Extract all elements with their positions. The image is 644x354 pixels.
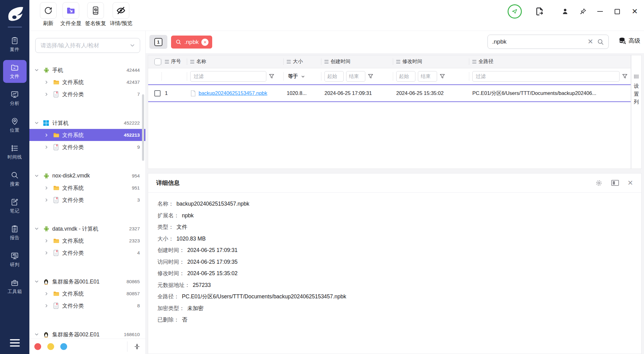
tree-node-filesystem[interactable]: 文件系统 2323 <box>29 235 145 247</box>
name-filter-input[interactable] <box>190 71 266 82</box>
export-icon[interactable] <box>535 7 544 16</box>
column-header-index[interactable]: 序号 <box>162 55 187 68</box>
advanced-search-button[interactable]: 高级 <box>618 37 640 45</box>
tree-scrollbar-thumb[interactable] <box>142 94 144 161</box>
tree-node-filesystem[interactable]: 文件系统 80857 <box>29 288 145 300</box>
column-header-modified[interactable]: 修改时间 <box>393 55 469 68</box>
chevron-right-icon <box>44 145 49 149</box>
show-all-files-button[interactable]: 文件全显 <box>60 2 81 27</box>
size-operator-select[interactable]: 等于 <box>287 73 306 80</box>
refresh-button[interactable]: 刷新 <box>40 2 57 27</box>
panel-layout-icon[interactable] <box>611 180 619 186</box>
tree-node-filesystem[interactable]: 文件系统 951 <box>29 182 145 194</box>
database-search-icon <box>618 37 626 45</box>
filter-count-button[interactable]: 1 <box>149 35 167 49</box>
menu-hamburger-icon[interactable] <box>10 339 20 347</box>
column-header-path[interactable]: 全路径 <box>469 55 631 68</box>
folder-icon <box>53 132 62 139</box>
sidebar-item-analysis[interactable]: 分析 <box>3 87 27 110</box>
tree-node-datavmdk[interactable]: data.vmdk - 计算机 2327 <box>29 223 145 235</box>
tree-node-cluster002[interactable]: 集群服务器002.E01 168610 <box>29 328 145 339</box>
gear-icon[interactable] <box>595 179 603 187</box>
table-scrollbar-track[interactable] <box>642 55 644 169</box>
sidebar-item-report[interactable]: 报告 <box>3 221 27 244</box>
tree-node-label: 文件系统 <box>62 237 84 245</box>
sidebar-item-label: 案件 <box>10 47 19 53</box>
tree-bottom-bar <box>29 339 145 354</box>
close-detail-icon[interactable]: ✕ <box>628 180 633 186</box>
file-name-link[interactable]: backup20240625153457.npbk <box>199 90 267 96</box>
blue-dot-filter[interactable] <box>60 343 67 350</box>
table-row[interactable]: 1 backup20240625153457.npbk 1020.8... 20… <box>148 84 631 102</box>
detail-fields: 名称：backup20240625153457.npbk 扩展名：npbk 类型… <box>148 193 641 331</box>
yellow-dot-filter[interactable] <box>47 343 54 350</box>
owner-select-dropdown[interactable]: 请选择/输入持有人/检材 <box>35 38 140 53</box>
tree-node-label: 手机 <box>52 66 63 74</box>
chevron-right-icon <box>44 239 49 243</box>
created-end-input[interactable] <box>346 71 365 82</box>
tree-group: nox-disk2.vmdk 954 文件系统 951 文件分类 3 <box>29 170 145 206</box>
sidebar-item-case[interactable]: 案件 <box>3 33 27 56</box>
funnel-icon[interactable] <box>269 74 274 79</box>
sidebar-item-label: 搜索 <box>10 181 19 187</box>
tree-group: 手机 42444 文件系统 42437 文件分类 7 <box>29 64 145 100</box>
funnel-icon[interactable] <box>440 74 445 79</box>
tree-node-filesystem[interactable]: 文件系统 42437 <box>29 76 145 88</box>
table-header-row: 序号 名称 大小 创建时间 修改时间 全路径 <box>148 55 631 68</box>
column-menu-icon <box>324 60 328 63</box>
tree-node-fileclass[interactable]: 文件分类 4 <box>29 247 145 259</box>
funnel-icon[interactable] <box>368 74 373 79</box>
sidebar-item-notes[interactable]: 笔记 <box>3 194 27 217</box>
sidebar-item-files[interactable]: 文件 <box>3 60 27 83</box>
tree-node-filesystem-selected[interactable]: 文件系统 452213 <box>29 129 145 141</box>
collapse-all-button[interactable] <box>127 341 140 352</box>
tree-node-phone[interactable]: 手机 42444 <box>29 64 145 76</box>
search-tag[interactable]: .npbk ✕ <box>171 36 212 49</box>
tree-node-count: 951 <box>132 185 140 191</box>
note-pencil-icon <box>11 198 19 206</box>
red-dot-filter[interactable] <box>34 343 41 350</box>
created-start-input[interactable] <box>324 71 344 82</box>
sidebar-item-search[interactable]: 搜索 <box>3 168 27 190</box>
column-header-name[interactable]: 名称 <box>187 55 284 68</box>
sidebar-item-timeline[interactable]: 时间线 <box>3 141 27 164</box>
search-icon <box>175 39 182 45</box>
drag-grip-icon <box>634 75 638 79</box>
user-icon[interactable] <box>561 8 569 15</box>
search-input[interactable] <box>492 38 584 45</box>
detail-field-encryption: 加密类型：未加密 <box>157 305 632 312</box>
maximize-button[interactable] <box>615 9 620 14</box>
column-settings-strip[interactable]: 设 置 列 <box>631 55 642 169</box>
path-filter-input[interactable] <box>472 71 620 82</box>
pin-icon[interactable] <box>579 8 587 15</box>
tree-node-fileclass[interactable]: 文件分类 9 <box>29 141 145 153</box>
detail-preview-button[interactable]: 详情/预览 <box>110 2 132 27</box>
funnel-icon[interactable] <box>622 74 628 79</box>
minimize-button[interactable] <box>597 11 603 12</box>
close-button[interactable]: ✕ <box>632 8 638 15</box>
row-checkbox[interactable] <box>154 90 161 96</box>
tree-node-computer[interactable]: 计算机 452222 <box>29 117 145 129</box>
tree-node-noxdisk[interactable]: nox-disk2.vmdk 954 <box>29 170 145 182</box>
search-tag-label: .npbk <box>184 39 199 45</box>
tree-node-cluster001[interactable]: 集群服务器001.E01 80865 <box>29 275 145 288</box>
notify-icon[interactable] <box>508 4 522 19</box>
sidebar-item-location[interactable]: 位置 <box>3 114 27 137</box>
clear-search-icon[interactable]: ✕ <box>588 38 593 45</box>
modified-start-input[interactable] <box>396 71 415 82</box>
sidebar-item-judge[interactable]: 研判 <box>3 248 27 271</box>
tree-node-fileclass[interactable]: 文件分类 3 <box>29 194 145 206</box>
column-header-size[interactable]: 大小 <box>284 55 321 68</box>
modified-end-input[interactable] <box>418 71 437 82</box>
detail-field-accessed: 访问时间：2024-06-25 17:09:35 <box>157 258 632 266</box>
tag-close-icon[interactable]: ✕ <box>201 39 208 46</box>
select-all-checkbox[interactable] <box>154 58 161 65</box>
column-header-created[interactable]: 创建时间 <box>321 55 393 68</box>
search-box: ✕ <box>487 35 609 49</box>
tree-node-fileclass[interactable]: 文件分类 8 <box>29 300 145 312</box>
signature-recover-button[interactable]: 签名恢复 <box>85 2 106 27</box>
tree-node-fileclass[interactable]: 文件分类 7 <box>29 88 145 100</box>
sidebar-item-toolbox[interactable]: 工具箱 <box>3 275 27 298</box>
search-icon[interactable] <box>597 38 604 45</box>
chevron-down-icon <box>130 43 135 48</box>
